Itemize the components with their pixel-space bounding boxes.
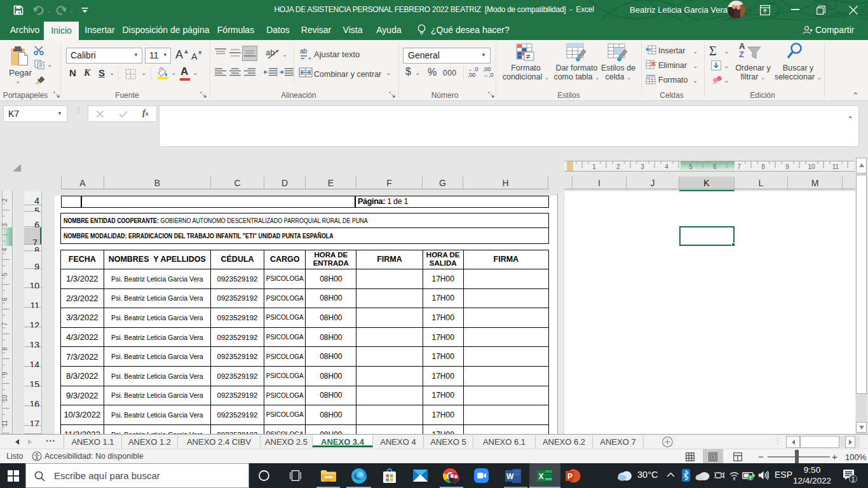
svg-text:P: P — [567, 472, 573, 481]
svg-text:≠: ≠ — [526, 52, 531, 61]
svg-text:2: 2 — [1, 198, 8, 202]
svg-text:9: 9 — [785, 163, 789, 170]
svg-text:5: 5 — [1, 273, 8, 276]
svg-text:2: 2 — [616, 163, 620, 170]
svg-text:W: W — [506, 472, 514, 481]
svg-text:4: 4 — [1, 248, 8, 252]
svg-text:3: 3 — [1, 223, 8, 227]
svg-text:ab: ab — [300, 48, 308, 55]
svg-text:X: X — [539, 472, 544, 481]
svg-text:4: 4 — [665, 163, 668, 170]
svg-text:6: 6 — [1, 297, 8, 301]
svg-text:ab: ab — [266, 48, 275, 57]
svg-text:10: 10 — [1, 395, 8, 402]
svg-text:11: 11 — [1, 419, 8, 426]
svg-text:6: 6 — [713, 163, 717, 170]
svg-text:8: 8 — [1, 347, 8, 351]
svg-text:5: 5 — [689, 163, 693, 170]
svg-text:7: 7 — [1, 322, 8, 326]
svg-text:1: 1 — [592, 163, 596, 170]
svg-text:3: 3 — [641, 163, 644, 170]
svg-text:7: 7 — [737, 163, 741, 170]
svg-text:9: 9 — [1, 372, 8, 376]
svg-text:11: 11 — [832, 163, 839, 170]
svg-text:10: 10 — [808, 163, 815, 170]
svg-text:8: 8 — [761, 163, 765, 170]
